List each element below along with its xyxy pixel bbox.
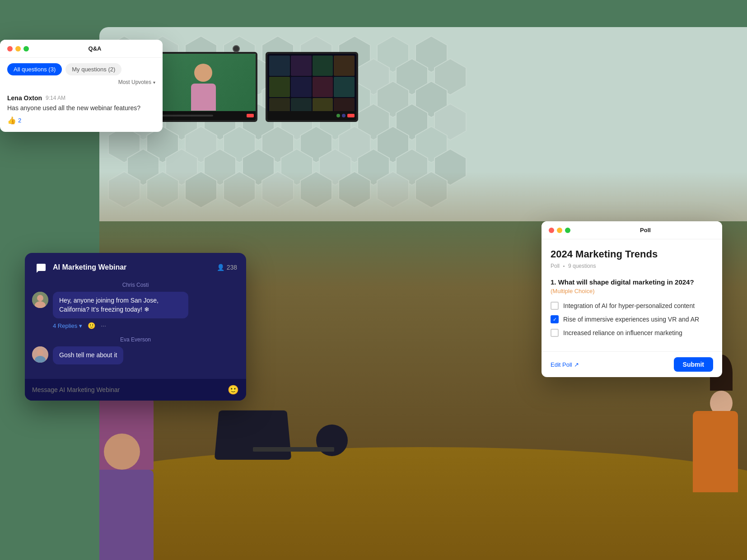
chat-bubble-icon xyxy=(34,260,48,275)
avatar-chris xyxy=(32,292,48,308)
like-count: 2 xyxy=(18,117,21,124)
emoji-input-icon[interactable]: 🙂 xyxy=(228,384,239,395)
thumbs-up-icon: 👍 xyxy=(7,116,16,125)
avatar-eva xyxy=(32,346,48,363)
chat-msg2-row: Gosh tell me about it xyxy=(32,346,239,364)
monitor-left xyxy=(149,52,257,122)
poll-content: 2024 Marketing Trends Poll 9 questions 1… xyxy=(542,239,722,351)
close-dot[interactable] xyxy=(7,46,13,51)
poll-heading: 2024 Marketing Trends xyxy=(551,248,713,260)
poll-option-1[interactable]: Integration of AI for hyper-personalized… xyxy=(551,302,713,310)
sort-label: Most Upvotes xyxy=(118,79,151,85)
qa-window-dots xyxy=(7,46,29,51)
svg-point-5 xyxy=(37,350,43,356)
maximize-dot-poll[interactable] xyxy=(565,228,570,233)
poll-question-text: 1. What will shape digital marketing in … xyxy=(551,278,713,286)
poll-questions-count: 9 questions xyxy=(568,263,596,269)
chat-message-2: Eva Everson Gosh tell me about it xyxy=(32,336,239,364)
my-questions-tab[interactable]: My questions (2) xyxy=(65,63,121,75)
chat-msg1-reactions: 4 Replies ▾ 🙂 ··· xyxy=(53,322,239,329)
poll-window-dots xyxy=(549,228,570,233)
chat-bubble-1: Hey, anyone joining from San Jose, Calif… xyxy=(53,292,188,318)
chat-message-1: Chris Costi Hey, anyone joining from San… xyxy=(32,282,239,329)
tablet-device xyxy=(215,411,292,460)
replies-button[interactable]: 4 Replies ▾ xyxy=(53,322,82,329)
chat-messages-area: Chris Costi Hey, anyone joining from San… xyxy=(25,282,246,379)
table-surface xyxy=(99,447,747,560)
laptop-device xyxy=(253,447,334,452)
poll-option-2[interactable]: Rise of immersive experiences using VR a… xyxy=(551,315,713,323)
chat-msg1-row: Hey, anyone joining from San Jose, Calif… xyxy=(32,292,239,318)
poll-footer: Edit Poll ↗ Submit xyxy=(542,351,722,377)
poll-meta-bar: Poll 9 questions xyxy=(551,263,713,269)
chat-bubble-2: Gosh tell me about it xyxy=(53,346,123,364)
qa-titlebar: Q&A xyxy=(0,40,163,58)
poll-type-label: Poll xyxy=(551,263,560,269)
minimize-dot-poll[interactable] xyxy=(557,228,562,233)
all-questions-tab[interactable]: All questions (3) xyxy=(7,63,62,75)
qa-likes-row: 👍 2 xyxy=(7,116,155,125)
checkbox-3[interactable] xyxy=(551,329,559,337)
qa-tabs-bar: All questions (3) My questions (2) xyxy=(0,58,163,75)
qa-window: Q&A All questions (3) My questions (2) M… xyxy=(0,40,163,132)
poll-option-1-text: Integration of AI for hyper-personalized… xyxy=(563,302,695,309)
poll-meta-separator xyxy=(563,266,565,267)
chat-input-area: 🙂 xyxy=(25,379,246,401)
chat-title: AI Marketing Webinar xyxy=(53,263,217,271)
poll-window: Poll 2024 Marketing Trends Poll 9 questi… xyxy=(542,221,722,377)
attendee-count-area: 👤 238 xyxy=(217,264,237,271)
qa-window-title: Q&A xyxy=(34,45,155,52)
poll-question-area: 1. What will shape digital marketing in … xyxy=(551,278,713,294)
edit-poll-link[interactable]: Edit Poll ↗ xyxy=(551,361,579,368)
chat-msg1-username: Chris Costi xyxy=(32,282,239,288)
poll-option-3[interactable]: Increased reliance on influencer marketi… xyxy=(551,329,713,337)
emoji-react-icon[interactable]: 🙂 xyxy=(88,322,95,329)
svg-point-2 xyxy=(37,295,43,301)
chat-msg2-username: Eva Everson xyxy=(32,336,239,343)
person-icon: 👤 xyxy=(217,264,224,271)
replies-label: 4 Replies xyxy=(53,322,77,329)
checkbox-1[interactable] xyxy=(551,302,559,310)
chat-header: AI Marketing Webinar 👤 238 xyxy=(25,253,246,282)
maximize-dot[interactable] xyxy=(23,46,29,51)
poll-question-type: (Multiple Choice) xyxy=(551,288,713,294)
checkbox-2-checked[interactable] xyxy=(551,315,559,323)
camera-top xyxy=(233,45,240,52)
qa-question-text: Has anyone used all the new webinar feat… xyxy=(7,104,155,112)
poll-option-2-text: Rise of immersive experiences using VR a… xyxy=(563,316,699,323)
close-dot-poll[interactable] xyxy=(549,228,554,233)
edit-poll-label: Edit Poll xyxy=(551,361,572,368)
qa-question-item: Lena Oxton 9:14 AM Has anyone used all t… xyxy=(0,89,163,132)
like-button[interactable]: 👍 2 xyxy=(7,116,21,125)
submit-button[interactable]: Submit xyxy=(674,357,713,372)
chevron-down-icon: ▾ xyxy=(79,322,82,329)
more-options-icon[interactable]: ··· xyxy=(101,322,106,329)
monitor-right xyxy=(266,52,358,122)
sort-bar: Most Upvotes ▾ xyxy=(0,75,163,89)
poll-window-title: Poll xyxy=(576,227,715,233)
minimize-dot[interactable] xyxy=(15,46,21,51)
sort-chevron-icon[interactable]: ▾ xyxy=(153,80,155,85)
external-link-icon: ↗ xyxy=(574,361,579,368)
qa-username: Lena Oxton xyxy=(7,94,42,102)
poll-option-3-text: Increased reliance on influencer marketi… xyxy=(563,329,682,336)
chat-input[interactable] xyxy=(32,386,223,393)
person-front-left xyxy=(99,434,154,560)
chat-window: AI Marketing Webinar 👤 238 Chris Costi H… xyxy=(25,253,246,401)
attendee-number: 238 xyxy=(227,264,237,271)
qa-user-row: Lena Oxton 9:14 AM xyxy=(7,94,155,102)
qa-timestamp: 9:14 AM xyxy=(46,95,65,101)
poll-titlebar: Poll xyxy=(542,221,722,239)
